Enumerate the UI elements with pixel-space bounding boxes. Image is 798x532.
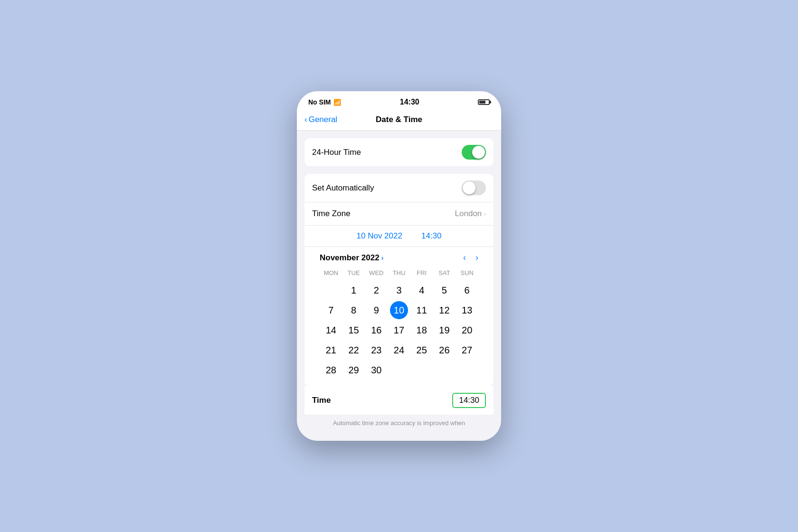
toggle-24hour[interactable] <box>462 145 486 160</box>
nav-bar: ‹ General Date & Time <box>297 110 501 131</box>
calendar-day[interactable]: 28 <box>322 361 340 379</box>
status-left: No SIM 📶 <box>308 98 341 106</box>
time-row-label: Time <box>312 396 331 405</box>
calendar-day[interactable]: 8 <box>345 301 363 319</box>
day-header-thu: THU <box>388 267 410 278</box>
day-headers: MON TUE WED THU FRI SAT SUN <box>320 267 478 278</box>
battery-icon <box>478 99 490 105</box>
calendar-day[interactable]: 5 <box>435 281 453 299</box>
carrier-label: No SIM <box>308 98 331 106</box>
calendar-day[interactable]: 9 <box>367 301 385 319</box>
row-time-zone[interactable]: Time Zone London › <box>304 202 494 226</box>
calendar-day[interactable]: 26 <box>435 341 453 359</box>
calendar-day[interactable]: 10 <box>390 301 408 319</box>
calendar-days: 1234567891011121314151617181920212223242… <box>320 281 478 379</box>
time-row-wrapper: Time 14:30 <box>304 386 494 415</box>
day-header-wed: WED <box>365 267 388 278</box>
calendar-grid: MON TUE WED THU FRI SAT SUN 123456789101… <box>320 267 478 379</box>
time-zone-value: London › <box>455 209 486 218</box>
status-bar: No SIM 📶 14:30 <box>297 91 501 110</box>
wifi-icon: 📶 <box>333 99 341 106</box>
label-24hour: 24-Hour Time <box>312 148 361 157</box>
row-time: Time 14:30 <box>304 386 494 415</box>
label-set-automatically: Set Automatically <box>312 183 374 193</box>
calendar-day[interactable]: 12 <box>435 301 453 319</box>
month-expand-chevron-icon: › <box>381 254 384 262</box>
section-24hour: 24-Hour Time <box>304 138 494 166</box>
time-row-value[interactable]: 14:30 <box>452 393 486 408</box>
calendar-day[interactable]: 24 <box>390 341 408 359</box>
calendar-section: November 2022 › ‹ › MON TUE WED THU FRI <box>312 247 486 387</box>
row-24hour: 24-Hour Time <box>304 138 494 166</box>
back-chevron-icon: ‹ <box>304 115 307 124</box>
time-display[interactable]: 14:30 <box>421 231 442 241</box>
calendar-day[interactable]: 20 <box>458 321 476 339</box>
day-header-mon: MON <box>320 267 342 278</box>
time-zone-city: London <box>455 209 482 218</box>
day-header-sat: SAT <box>433 267 456 278</box>
page-title: Date & Time <box>376 115 422 124</box>
toggle-thumb-24hour <box>472 146 485 159</box>
next-month-button[interactable]: › <box>475 253 478 263</box>
calendar-day[interactable]: 1 <box>345 281 363 299</box>
day-header-tue: TUE <box>342 267 365 278</box>
section-auto: Set Automatically Time Zone London › 10 … <box>304 174 494 387</box>
back-button[interactable]: ‹ General <box>304 115 337 124</box>
calendar-day[interactable]: 21 <box>322 341 340 359</box>
calendar-day[interactable]: 30 <box>367 361 385 379</box>
calendar-day[interactable]: 19 <box>435 321 453 339</box>
label-time-zone: Time Zone <box>312 209 351 218</box>
calendar-day[interactable]: 11 <box>413 301 431 319</box>
day-header-fri: FRI <box>410 267 433 278</box>
calendar-day[interactable]: 6 <box>458 281 476 299</box>
month-year-label[interactable]: November 2022 › <box>320 253 383 263</box>
row-set-automatically: Set Automatically <box>304 174 494 202</box>
calendar-header: November 2022 › ‹ › <box>320 247 478 267</box>
calendar-day[interactable]: 7 <box>322 301 340 319</box>
prev-month-button[interactable]: ‹ <box>463 253 466 263</box>
calendar-day[interactable]: 16 <box>367 321 385 339</box>
toggle-set-automatically[interactable] <box>462 180 486 195</box>
back-label: General <box>309 115 337 124</box>
status-right <box>478 99 490 105</box>
calendar-day[interactable]: 4 <box>413 281 431 299</box>
phone-frame: No SIM 📶 14:30 ‹ General Date & Time 24-… <box>297 91 501 441</box>
calendar-day[interactable]: 27 <box>458 341 476 359</box>
calendar-day[interactable]: 13 <box>458 301 476 319</box>
status-time: 14:30 <box>400 98 419 106</box>
toggle-thumb-auto <box>463 181 475 194</box>
month-year-text: November 2022 <box>320 253 380 263</box>
date-time-display-row: 10 Nov 2022 14:30 <box>304 226 494 247</box>
calendar-day[interactable]: 3 <box>390 281 408 299</box>
content-area: 24-Hour Time Set Automatically Time Zone… <box>297 131 501 441</box>
calendar-day[interactable]: 14 <box>322 321 340 339</box>
calendar-day[interactable]: 15 <box>345 321 363 339</box>
time-zone-chevron-icon: › <box>484 210 486 218</box>
calendar-day[interactable]: 25 <box>413 341 431 359</box>
day-header-sun: SUN <box>456 267 478 278</box>
calendar-day[interactable]: 18 <box>413 321 431 339</box>
calendar-day[interactable]: 22 <box>345 341 363 359</box>
calendar-day[interactable]: 23 <box>367 341 385 359</box>
calendar-day[interactable]: 29 <box>345 361 363 379</box>
footer-note: Automatic time zone accuracy is improved… <box>297 415 501 431</box>
calendar-nav: ‹ › <box>463 253 478 263</box>
calendar-day[interactable]: 2 <box>367 281 385 299</box>
calendar-day[interactable]: 17 <box>390 321 408 339</box>
date-display[interactable]: 10 Nov 2022 <box>357 231 402 241</box>
